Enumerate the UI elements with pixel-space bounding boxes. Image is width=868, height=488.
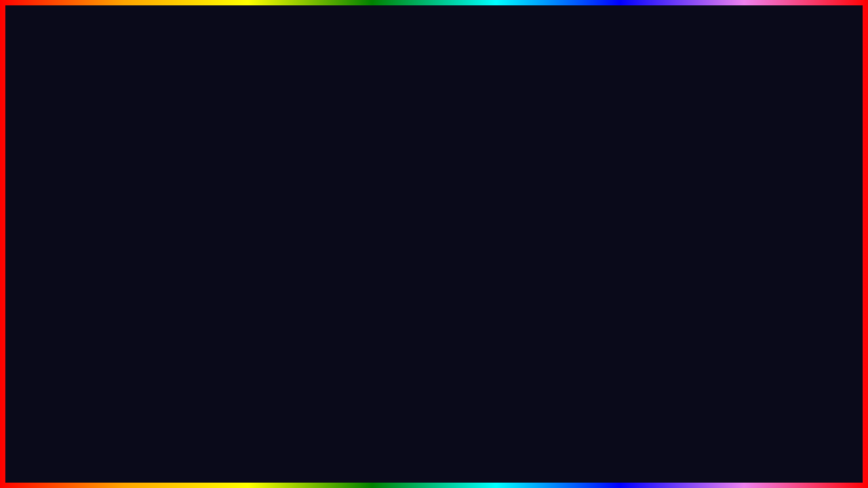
menu-item-1-text: Auto Farm Fast	[106, 264, 157, 272]
right-tab-teleport[interactable]: Teleport	[554, 205, 591, 217]
left-panel-header: 🐺 Wolf Hub | Free Script By TH ⚙	[96, 176, 385, 201]
svg-point-20	[801, 387, 804, 390]
menu-item-0-text: Auto-Farm Level	[106, 247, 161, 255]
menu-item-4[interactable]: Auto Farm Mastery Gun	[103, 310, 224, 325]
tab-teleport[interactable]: Teleport	[181, 205, 218, 217]
left-panel-left-col: Main Auto-Farm Level ✔ Auto Farm Fast ✔ …	[96, 222, 232, 378]
menu-item-2-text: Auto Farm Master	[106, 282, 165, 290]
svg-point-12	[336, 285, 340, 289]
fruit-illustration	[285, 264, 393, 386]
rp-action-2[interactable]: Auto Bring Fruit	[476, 302, 604, 317]
right-panel-header: 🐺 Wolf Hub Free Script By TH ⚙	[469, 176, 772, 201]
left-panel-title: 🐺 Wolf Hub | Free Script By TH	[104, 182, 229, 195]
gear-icon[interactable]: ⚙	[368, 182, 377, 195]
right-tab-auto-itame[interactable]: Auto Itame	[506, 205, 553, 217]
right-gear-icon[interactable]: ⚙	[754, 182, 764, 195]
rp-action-3[interactable]: Auto Store Fruit	[476, 317, 604, 332]
weapon-value: Melee	[245, 255, 268, 264]
devil-fruit-title: Devil Fruit Shop	[476, 227, 604, 235]
svg-point-19	[797, 387, 800, 390]
tab-auto-itame[interactable]: Auto Itame	[133, 205, 180, 217]
active-dot-2	[135, 229, 140, 235]
menu-item-4-text: Auto Farm Mastery Gun	[106, 313, 185, 321]
menu-item-3[interactable]: Auto Farm Mastery Fruit	[103, 295, 224, 310]
right-panel-tabs: Main Auto Itame Teleport Dungeon + Shop …	[469, 201, 772, 222]
svg-point-10	[328, 280, 344, 296]
menu-item-1-check: ✔	[214, 263, 222, 274]
svg-point-18	[795, 384, 806, 394]
right-panel-right-col: 🍖 Main Dungeon 🍖 Select Dungeon Bird: Ph…	[612, 222, 772, 378]
dungeon-value: Bird: Phoenix	[625, 255, 673, 264]
update-pastebin: PASTEBIN	[531, 428, 741, 476]
menu-item-3-text: Auto Farm Mastery Fruit	[106, 298, 186, 306]
svg-text:BL: BL	[795, 375, 806, 384]
dungeon-dropdown[interactable]: Bird: Phoenix ▼	[618, 251, 765, 268]
menu-item-0[interactable]: Auto-Farm Level ✔	[103, 242, 224, 260]
devil-fruit-subtitle: Select Devil Fruit	[476, 238, 604, 245]
update-bar: UPDATE 20 SCRIPT PASTEBIN	[0, 428, 868, 476]
tab-dungeon-shop[interactable]: Dungeon + Shop	[220, 205, 287, 217]
right-tab-dungeon-shop[interactable]: Dungeon + Shop	[593, 205, 660, 217]
menu-item-0-check: ✔	[214, 245, 222, 256]
rp-action-0[interactable]: Auto Buy Devil Fruit	[476, 272, 604, 287]
free-badge: FREE NO KEY !!	[411, 165, 509, 235]
update-number: 20	[309, 428, 355, 476]
dropdown-arrow: ▼	[363, 255, 372, 264]
dungeon-subtitle: Select Dungeon	[618, 239, 765, 246]
active-dot	[103, 229, 108, 235]
right-panel-left-col: Devil Fruit Shop Select Devil Fruit ▼ Au…	[469, 222, 612, 378]
tab-misc[interactable]: Misc	[288, 205, 315, 217]
menu-item-2-check: ✔	[214, 281, 222, 291]
update-script: SCRIPT	[366, 428, 520, 476]
svg-point-7	[336, 338, 340, 342]
menu-item-1[interactable]: Auto Farm Fast ✔	[103, 260, 224, 277]
svg-point-9	[316, 297, 321, 302]
main-section-label: Main	[113, 227, 131, 237]
dungeon-arrow: ▼	[750, 255, 758, 264]
select-weapon-label: Select Weapon	[239, 238, 378, 246]
main-section-header: Main	[103, 227, 224, 237]
left-panel-tabs: Main Auto Itame Teleport Dungeon + Shop …	[96, 201, 385, 222]
dungeon-action-1[interactable]: Auto Start Dungeon	[618, 288, 765, 303]
svg-point-6	[325, 338, 329, 342]
right-panel: 🐺 Wolf Hub Free Script By TH ⚙ Main Auto…	[468, 175, 773, 385]
left-panel-subtitle: Hub | Free Script By TH	[145, 184, 229, 192]
dungeon-title: 🍖 Main Dungeon 🍖	[618, 227, 765, 236]
rp-action-1[interactable]: Auto Random Fruit	[476, 287, 604, 302]
right-panel-content: Devil Fruit Shop Select Devil Fruit ▼ Au…	[469, 222, 772, 378]
menu-item-2[interactable]: Auto Farm Master ✔	[103, 277, 224, 295]
svg-point-11	[332, 285, 336, 289]
wolf-icon: 🐺	[104, 182, 118, 195]
fruit-svg	[285, 264, 380, 373]
tab-main[interactable]: Main	[104, 205, 132, 217]
left-panel-title-text: Wolf	[122, 183, 141, 193]
dungeon-action-2[interactable]: Auto Next Island	[618, 303, 765, 318]
devil-fruit-arrow: ▼	[589, 254, 597, 264]
update-word: UPDATE	[127, 428, 297, 476]
svg-point-3	[317, 327, 347, 357]
dungeon-action-0[interactable]: Auto Buy Chip Dungeon	[618, 273, 765, 288]
right-panel-subtitle: Free Script By TH	[538, 184, 600, 192]
devil-fruit-dropdown[interactable]: ▼	[476, 251, 604, 267]
setting-label: Setting	[239, 227, 378, 235]
dungeon-action-3[interactable]: Kill Aura	[618, 318, 765, 333]
right-tab-misc[interactable]: Misc	[661, 205, 688, 217]
